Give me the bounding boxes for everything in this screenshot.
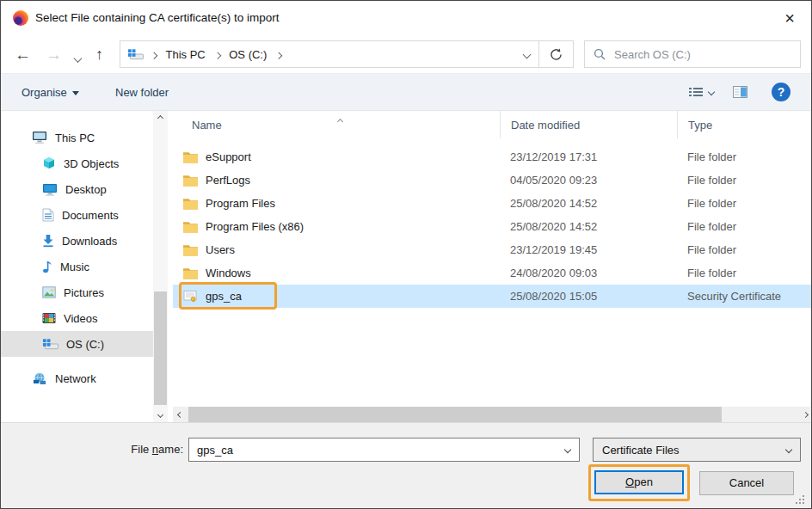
- file-row-gps-ca[interactable]: gps_ca 25/08/2020 15:05 Security Certifi…: [173, 285, 812, 308]
- sidebar-item-desktop[interactable]: Desktop: [1, 176, 153, 202]
- column-header-type[interactable]: Type: [677, 111, 812, 138]
- search-icon: [594, 48, 606, 60]
- dialog-footer: File name: Certificate Files Open Cancel: [1, 422, 811, 509]
- column-header-date-modified[interactable]: Date modified: [500, 111, 677, 138]
- refresh-icon: [550, 48, 563, 61]
- sort-ascending-icon: [338, 113, 342, 126]
- navigation-pane: This PC 3D Objects Desktop: [1, 111, 153, 422]
- sidebar-item-label: Music: [60, 261, 89, 273]
- certificate-icon: [183, 290, 197, 303]
- chevron-down-icon: [785, 446, 792, 453]
- address-bar[interactable]: This PC OS (C:): [120, 40, 574, 68]
- drive-icon: [42, 338, 58, 350]
- recent-locations-dropdown[interactable]: [75, 52, 81, 64]
- details-view-icon: [689, 87, 703, 97]
- breadcrumb-this-pc[interactable]: This PC: [164, 46, 207, 63]
- chevron-left-icon: [177, 411, 183, 417]
- breadcrumb-chevron[interactable]: [276, 48, 281, 61]
- scroll-up-button[interactable]: [153, 111, 168, 126]
- file-type-combobox[interactable]: Certificate Files: [593, 438, 801, 462]
- refresh-button[interactable]: [538, 41, 573, 67]
- file-row-program-files-x86[interactable]: Program Files (x86) 25/08/2020 14:52 Fil…: [173, 215, 812, 238]
- chevron-right-icon: [803, 411, 809, 417]
- sidebar-item-pictures[interactable]: Pictures: [1, 279, 153, 305]
- preview-pane-button[interactable]: [733, 74, 747, 110]
- file-picker-dialog: Select File containing CA certificate(s)…: [0, 0, 812, 509]
- sidebar-item-music[interactable]: Music: [1, 254, 153, 279]
- change-view-button[interactable]: [689, 74, 714, 110]
- preview-pane-icon: [733, 86, 747, 98]
- open-button[interactable]: Open: [594, 470, 684, 494]
- sidebar-scrollbar[interactable]: [153, 111, 168, 422]
- sidebar-item-label: Documents: [62, 209, 119, 222]
- annotation-highlight-open: Open: [588, 464, 690, 501]
- address-dropdown-button[interactable]: [514, 41, 538, 67]
- close-button[interactable]: ×: [777, 6, 803, 30]
- chevron-down-icon: [708, 89, 715, 95]
- dialog-title: Select File containing CA certificate(s)…: [35, 11, 280, 24]
- folder-icon: [183, 175, 198, 187]
- videos-icon: [42, 312, 56, 324]
- column-header-name[interactable]: Name: [173, 111, 500, 138]
- sidebar-item-label: Pictures: [64, 286, 104, 299]
- sidebar-item-videos[interactable]: Videos: [1, 305, 153, 331]
- back-button[interactable]: ←: [15, 46, 31, 63]
- scroll-left-button[interactable]: [173, 407, 188, 422]
- sidebar-item-network[interactable]: Network: [1, 365, 153, 391]
- file-name-input[interactable]: [189, 444, 557, 457]
- documents-icon: [42, 208, 54, 222]
- chevron-up-icon: [157, 115, 163, 121]
- scrollbar-thumb[interactable]: [188, 407, 722, 422]
- file-row-users[interactable]: Users 23/12/2019 19:45 File folder: [173, 238, 812, 261]
- cancel-button[interactable]: Cancel: [699, 471, 794, 495]
- scroll-down-button[interactable]: [153, 408, 168, 422]
- resize-grip-icon[interactable]: [796, 495, 797, 497]
- downloads-icon: [42, 234, 54, 248]
- firefox-icon: [13, 10, 28, 26]
- pictures-icon: [42, 286, 56, 298]
- new-folder-button[interactable]: New folder: [115, 74, 169, 110]
- scrollbar-thumb[interactable]: [154, 291, 167, 405]
- combo-dropdown-button[interactable]: [778, 447, 800, 452]
- navigation-bar: ← → ↑ This PC OS (C:): [1, 35, 811, 73]
- horizontal-scrollbar[interactable]: [173, 407, 812, 422]
- 3d-objects-icon: [42, 156, 56, 170]
- breadcrumb-chevron[interactable]: [215, 48, 220, 61]
- sidebar-item-downloads[interactable]: Downloads: [1, 228, 153, 254]
- breadcrumb-chevron[interactable]: [151, 48, 157, 61]
- breadcrumb-os-c[interactable]: OS (C:): [227, 46, 268, 63]
- up-button[interactable]: ↑: [95, 46, 103, 62]
- file-type-value: Certificate Files: [594, 444, 778, 457]
- help-icon: ?: [772, 83, 790, 101]
- search-box[interactable]: [584, 40, 801, 68]
- command-toolbar: Organise New folder ?: [1, 73, 811, 111]
- chevron-down-icon: [74, 54, 83, 63]
- organise-label: Organise: [22, 86, 67, 99]
- file-row-esupport[interactable]: eSupport 23/12/2019 17:31 File folder: [173, 145, 812, 169]
- sidebar-item-label: Downloads: [62, 235, 117, 248]
- sidebar-item-label: 3D Objects: [64, 157, 119, 170]
- column-headers: Name Date modified Type: [173, 111, 812, 138]
- sidebar-item-label: OS (C:): [66, 338, 104, 351]
- file-name-label: File name:: [52, 438, 183, 462]
- sidebar-item-3d-objects[interactable]: 3D Objects: [1, 150, 153, 176]
- file-list: Name Date modified Type eSupport 23/12/2…: [173, 111, 812, 422]
- file-row-windows[interactable]: Windows 24/08/2020 09:03 File folder: [173, 261, 812, 285]
- file-row-perflogs[interactable]: PerfLogs 04/05/2020 09:23 File folder: [173, 169, 812, 192]
- scroll-right-button[interactable]: [798, 407, 812, 422]
- organise-menu-button[interactable]: Organise: [22, 74, 79, 110]
- search-input[interactable]: [614, 48, 791, 61]
- sidebar-item-label: Network: [55, 372, 96, 385]
- file-row-program-files[interactable]: Program Files 25/08/2020 14:52 File fold…: [173, 192, 812, 215]
- chevron-down-icon: [157, 412, 163, 418]
- sidebar-item-os-c[interactable]: OS (C:): [1, 331, 153, 357]
- forward-button: →: [46, 46, 62, 63]
- folder-icon: [183, 221, 198, 233]
- file-name-combobox[interactable]: [188, 438, 580, 462]
- sidebar-item-documents[interactable]: Documents: [1, 202, 153, 228]
- sidebar-item-this-pc[interactable]: This PC: [1, 125, 153, 150]
- combo-dropdown-button[interactable]: [557, 447, 579, 452]
- folder-icon: [183, 244, 198, 256]
- music-icon: [42, 260, 52, 273]
- help-button[interactable]: ?: [772, 74, 790, 110]
